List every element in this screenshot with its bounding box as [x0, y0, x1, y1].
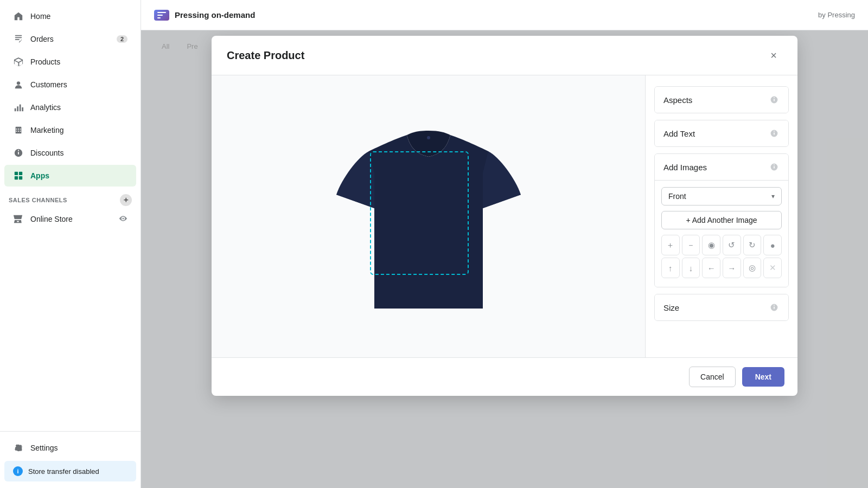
move-right-button[interactable]: → [723, 258, 741, 278]
aspects-section-header[interactable]: Aspects [655, 87, 788, 113]
aspects-label: Aspects [663, 95, 692, 105]
move-up-button[interactable]: ↑ [661, 258, 680, 278]
sidebar-nav: Home Orders 2 Products Customers Analy [0, 0, 141, 431]
sidebar-bottom: Settings i Store transfer disabled [0, 431, 141, 488]
zoom-out-button[interactable]: － [682, 235, 700, 255]
toolbar-row-1: ＋ － ◉ ↺ ↻ ● [661, 235, 782, 255]
page-background: All Pre Create Product × [141, 30, 868, 488]
svg-rect-5 [17, 106, 18, 111]
discounts-icon [13, 147, 24, 158]
modal-overlay: Create Product × [141, 30, 868, 488]
svg-rect-10 [15, 176, 18, 179]
add-images-section: Add Images Front ▾ [654, 153, 789, 287]
home-icon [13, 11, 24, 22]
add-text-label: Add Text [663, 129, 695, 138]
zoom-in-button[interactable]: ＋ [661, 235, 680, 255]
modal-close-button[interactable]: × [765, 47, 782, 64]
settings-icon [13, 442, 24, 453]
dropdown-chevron-icon: ▾ [771, 192, 775, 200]
size-info-icon [769, 302, 780, 313]
add-text-info-icon [769, 128, 780, 139]
circle-button[interactable]: ◉ [702, 235, 720, 255]
rotate-right-button[interactable]: ↻ [743, 235, 762, 255]
online-store-icon [13, 214, 24, 224]
size-label: Size [663, 303, 679, 312]
create-product-modal: Create Product × [212, 36, 797, 396]
svg-rect-7 [22, 107, 23, 111]
tshirt-svg [336, 108, 521, 325]
sales-channels-label: SALES CHANNELS ＋ [0, 188, 141, 208]
sidebar-item-apps[interactable]: Apps [4, 165, 136, 187]
add-images-section-header[interactable]: Add Images [655, 154, 788, 180]
add-images-label: Add Images [663, 163, 707, 172]
rotate-left-button[interactable]: ↺ [723, 235, 741, 255]
app-title: Pressing on-demand [175, 10, 255, 20]
sidebar-item-settings[interactable]: Settings [4, 437, 136, 459]
svg-rect-0 [15, 35, 22, 36]
modal-title: Create Product [227, 49, 304, 62]
tshirt-container [336, 108, 521, 325]
add-sales-channel-button[interactable]: ＋ [120, 194, 132, 206]
modal-footer: Cancel Next [212, 357, 797, 396]
position-dropdown[interactable]: Front ▾ [661, 187, 782, 206]
next-button[interactable]: Next [742, 367, 784, 387]
add-images-body: Front ▾ + Add Another Image ＋ [655, 180, 788, 287]
svg-rect-1 [15, 37, 22, 38]
top-bar-left: Pressing on-demand [154, 10, 255, 21]
sidebar-item-online-store[interactable]: Online Store [4, 209, 136, 229]
customers-icon [13, 79, 24, 90]
center-button[interactable]: ◎ [743, 258, 762, 278]
sidebar-item-discounts[interactable]: Discounts [4, 142, 136, 164]
svg-rect-11 [19, 176, 22, 179]
top-bar: Pressing on-demand by Pressing [141, 0, 868, 30]
svg-rect-4 [15, 108, 16, 111]
add-text-section-header[interactable]: Add Text [655, 120, 788, 146]
products-icon [13, 56, 24, 67]
sidebar-item-analytics[interactable]: Analytics [4, 97, 136, 118]
add-another-image-button[interactable]: + Add Another Image [661, 211, 782, 229]
add-images-info-icon [769, 162, 780, 172]
right-panel: Aspects Add Text [646, 75, 797, 357]
marketing-icon [13, 125, 24, 136]
delete-button[interactable]: ✕ [763, 258, 782, 278]
move-down-button[interactable]: ↓ [682, 258, 700, 278]
orders-icon [13, 34, 24, 44]
store-transfer-banner: i Store transfer disabled [4, 461, 136, 481]
size-section: Size [654, 294, 789, 321]
svg-point-3 [17, 81, 20, 85]
svg-rect-8 [15, 172, 18, 175]
apps-icon [13, 170, 24, 181]
dot-button[interactable]: ● [763, 235, 782, 255]
analytics-icon [13, 102, 24, 113]
cancel-button[interactable]: Cancel [689, 367, 736, 387]
online-store-eye-icon[interactable] [119, 214, 127, 224]
aspects-section: Aspects [654, 86, 789, 113]
top-bar-by: by Pressing [818, 11, 855, 19]
svg-rect-2 [15, 39, 20, 40]
move-left-button[interactable]: ← [702, 258, 720, 278]
sidebar-item-orders[interactable]: Orders 2 [4, 28, 136, 50]
sidebar-item-marketing[interactable]: Marketing [4, 119, 136, 141]
size-section-header[interactable]: Size [655, 294, 788, 320]
app-logo [154, 10, 169, 21]
sidebar-item-customers[interactable]: Customers [4, 74, 136, 95]
svg-point-12 [427, 136, 430, 139]
modal-header: Create Product × [212, 36, 797, 75]
info-icon: i [13, 466, 23, 476]
svg-rect-6 [20, 105, 21, 112]
main-content: Pressing on-demand by Pressing All Pre C… [141, 0, 868, 488]
toolbar-row-2: ↑ ↓ ← → ◎ ✕ [661, 258, 782, 278]
product-preview-area [212, 75, 646, 357]
svg-rect-9 [19, 172, 22, 175]
aspects-info-icon [769, 94, 780, 105]
orders-badge: 2 [117, 35, 127, 43]
sidebar: Home Orders 2 Products Customers Analy [0, 0, 141, 488]
add-text-section: Add Text [654, 120, 789, 147]
sidebar-item-home[interactable]: Home [4, 5, 136, 27]
sidebar-item-products[interactable]: Products [4, 51, 136, 73]
modal-body: Aspects Add Text [212, 75, 797, 357]
